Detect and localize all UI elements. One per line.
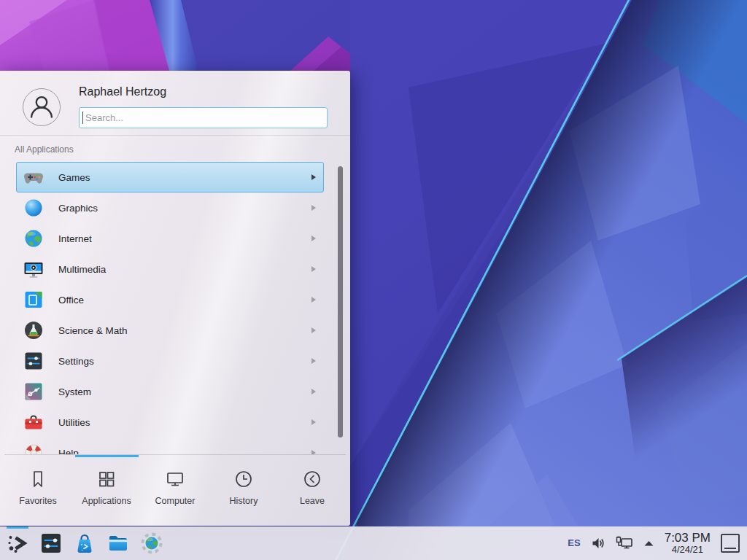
show-desktop-button[interactable]	[721, 534, 740, 553]
tab-leave[interactable]: Leave	[278, 457, 347, 526]
discover-icon	[73, 532, 96, 555]
menu-category-label: Games	[58, 172, 90, 183]
menu-category-label: Science & Math	[58, 325, 128, 336]
volume-icon[interactable]	[591, 536, 605, 551]
help-icon	[23, 443, 44, 454]
system-settings-icon	[39, 532, 63, 555]
menu-category-label: System	[58, 386, 91, 397]
menu-category-office[interactable]: Office	[16, 284, 324, 315]
user-avatar[interactable]	[23, 88, 61, 126]
submenu-arrow-icon	[311, 174, 316, 180]
internet-icon	[23, 228, 44, 249]
kickoff-icon	[6, 532, 29, 555]
scrollbar-thumb[interactable]	[338, 166, 343, 438]
submenu-arrow-icon	[311, 266, 316, 272]
submenu-arrow-icon	[311, 297, 316, 303]
menu-category-help[interactable]: Help	[16, 438, 324, 454]
header-divider	[0, 135, 350, 136]
globe-gear-icon	[140, 532, 163, 555]
system-settings-button[interactable]	[39, 532, 63, 555]
tab-label: Computer	[155, 496, 196, 506]
list-divider	[4, 454, 346, 455]
menu-category-label: Help	[58, 448, 79, 455]
menu-category-utilities[interactable]: Utilities	[16, 407, 324, 438]
application-launcher-menu: Raphael Hertzog All Applications Games	[0, 71, 350, 526]
menu-category-multimedia[interactable]: Multimedia	[16, 254, 324, 284]
active-indicator	[7, 526, 28, 529]
menu-category-label: Multimedia	[58, 264, 106, 275]
grid-icon	[96, 469, 117, 489]
menu-category-settings[interactable]: Settings	[16, 346, 324, 376]
submenu-arrow-icon	[311, 389, 316, 394]
tab-computer[interactable]: Computer	[141, 457, 209, 526]
tab-applications[interactable]: Applications	[72, 457, 141, 526]
expand-tray-icon[interactable]	[643, 539, 654, 548]
system-tray: ES 7:03 PM 4/24/21	[568, 532, 747, 556]
tab-bar: Favorites Applications Computer	[0, 457, 350, 526]
keyboard-layout-indicator[interactable]: ES	[568, 537, 580, 548]
tab-label: History	[230, 496, 258, 506]
digital-clock[interactable]: 7:03 PM 4/24/21	[665, 532, 711, 556]
submenu-arrow-icon	[311, 327, 316, 333]
menu-category-system[interactable]: System	[16, 376, 324, 407]
menu-category-graphics[interactable]: Graphics	[16, 192, 324, 223]
web-browser-button[interactable]	[140, 532, 163, 555]
submenu-arrow-icon	[311, 205, 316, 211]
discover-button[interactable]	[73, 532, 96, 555]
games-icon	[23, 167, 44, 187]
menu-category-label: Graphics	[58, 203, 98, 214]
section-label: All Applications	[15, 144, 74, 155]
tab-favorites[interactable]: Favorites	[4, 457, 72, 526]
multimedia-icon	[23, 259, 44, 279]
menu-category-label: Utilities	[58, 417, 90, 428]
menu-category-label: Settings	[58, 356, 94, 367]
user-name: Raphael Hertzog	[79, 85, 166, 98]
menu-category-science-math[interactable]: Science & Math	[16, 315, 324, 346]
office-icon	[23, 289, 44, 310]
computer-icon	[165, 469, 185, 489]
graphics-icon	[23, 198, 44, 218]
category-list: Games Graphics	[0, 162, 350, 454]
clock-icon	[233, 469, 254, 489]
taskbar-launchers	[0, 532, 163, 555]
text-caret	[82, 112, 83, 124]
network-icon[interactable]	[616, 536, 633, 551]
search-input[interactable]	[79, 107, 328, 128]
tab-label: Favorites	[19, 496, 56, 506]
settings-icon	[23, 351, 44, 371]
submenu-arrow-icon	[311, 236, 316, 241]
menu-category-internet[interactable]: Internet	[16, 223, 324, 254]
application-launcher-button[interactable]	[6, 532, 29, 555]
file-manager-button[interactable]	[107, 532, 130, 555]
bookmark-icon	[28, 469, 48, 489]
science-icon	[23, 320, 44, 341]
menu-category-games[interactable]: Games	[16, 162, 324, 192]
tab-label: Applications	[82, 496, 131, 506]
tab-history[interactable]: History	[209, 457, 278, 526]
leave-icon	[302, 469, 322, 489]
menu-category-label: Office	[58, 295, 84, 306]
clock-time: 7:03 PM	[665, 532, 711, 545]
taskbar: ES 7:03 PM 4/24/21	[0, 526, 747, 560]
submenu-arrow-icon	[311, 358, 316, 364]
folder-icon	[107, 532, 130, 555]
tab-label: Leave	[300, 496, 325, 506]
submenu-arrow-icon	[311, 419, 316, 425]
user-icon	[23, 89, 60, 125]
utilities-icon	[23, 412, 44, 432]
menu-category-label: Internet	[58, 233, 92, 244]
system-icon	[23, 381, 44, 402]
clock-date: 4/24/21	[665, 545, 711, 555]
